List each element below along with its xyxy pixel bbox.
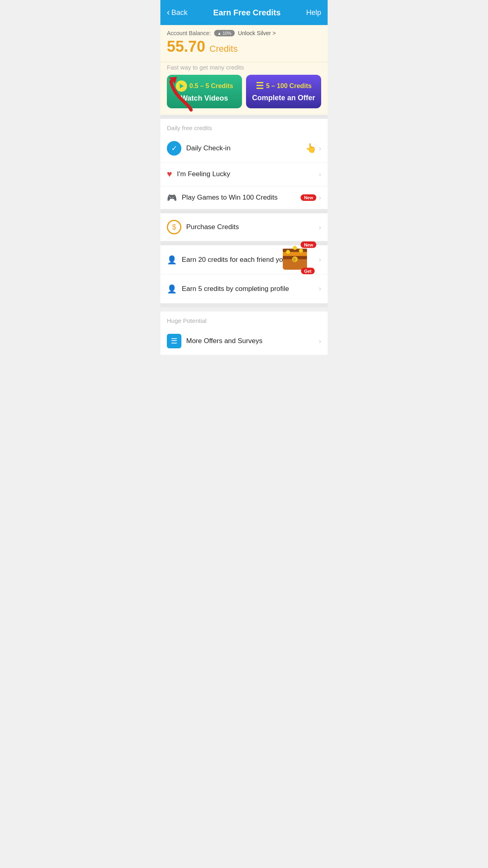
daily-checkin-item[interactable]: ✓ Daily Check-in 👆 › xyxy=(160,135,328,162)
chest-body: 0 New Get xyxy=(281,244,313,272)
new-badge: New xyxy=(301,194,316,201)
svg-text:0: 0 xyxy=(293,257,296,261)
profile-icon: 👤 xyxy=(167,284,177,294)
gamepad-icon: 🎮 xyxy=(167,193,177,202)
watch-videos-button[interactable]: 0.5 – 5 Credits Watch Videos xyxy=(167,75,242,108)
chevron-right-icon: › xyxy=(319,337,321,346)
purchase-right: › xyxy=(319,223,321,232)
back-chevron-icon: ‹ xyxy=(167,7,170,18)
tier-percent: 10% xyxy=(223,31,231,36)
feeling-lucky-item[interactable]: ♥ I'm Feeling Lucky › xyxy=(160,162,328,186)
app-header: ‹ Back Earn Free Credits Help xyxy=(160,0,328,25)
play-games-item[interactable]: 🎮 Play Games to Win 100 Credits New › xyxy=(160,186,328,209)
more-offers-right: › xyxy=(319,337,321,346)
feeling-lucky-text: I'm Feeling Lucky xyxy=(177,170,319,178)
account-balance-row: Account Balance: ▲ 10% Unlock Silver > xyxy=(167,30,321,36)
complete-offer-button[interactable]: ☰ 5 – 100 Credits Complete an Offer xyxy=(246,75,321,108)
credits-display: 55.70 Credits xyxy=(167,38,321,55)
fast-way-section: Fast way to get many credits 0.5 – 5 Cre… xyxy=(160,62,328,115)
fast-way-label: Fast way to get many credits xyxy=(167,62,321,71)
games-right: New › xyxy=(301,194,321,202)
chevron-right-icon: › xyxy=(319,223,321,232)
divider-1 xyxy=(160,115,328,119)
daily-section-label: Daily free credits xyxy=(160,119,328,135)
svg-point-8 xyxy=(299,249,303,253)
hand-pointer-icon: 👆 xyxy=(305,143,316,154)
chevron-right-icon: › xyxy=(319,255,321,264)
treasure-chest: 0 New Get xyxy=(281,244,313,275)
profile-right: › xyxy=(319,284,321,293)
play-icon xyxy=(176,80,187,92)
huge-potential-label: Huge Potential xyxy=(160,312,328,327)
profile-item[interactable]: 👤 Earn 5 credits by completing profile › xyxy=(160,274,328,303)
tier-badge: ▲ 10% xyxy=(214,30,235,36)
complete-offer-label: Complete an Offer xyxy=(252,94,315,102)
divider-2 xyxy=(160,209,328,213)
watch-videos-label: Watch Videos xyxy=(181,94,228,103)
svg-point-7 xyxy=(286,250,290,254)
profile-text: Earn 5 credits by completing profile xyxy=(182,285,319,293)
watch-videos-credit-range: 0.5 – 5 Credits xyxy=(176,80,233,92)
chevron-right-icon: › xyxy=(319,144,321,153)
list-icon: ☰ xyxy=(256,81,264,91)
chevron-right-icon: › xyxy=(319,194,321,202)
purchase-credits-item[interactable]: $ Purchase Credits › xyxy=(160,213,328,241)
account-balance-label: Account Balance: xyxy=(167,30,211,36)
complete-offer-credit-range: ☰ 5 – 100 Credits xyxy=(256,81,312,91)
invite-item[interactable]: 👤 Earn 20 credits for each friend you in… xyxy=(160,245,328,274)
play-games-text: Play Games to Win 100 Credits xyxy=(182,194,301,202)
get-badge: Get xyxy=(301,268,315,274)
help-button[interactable]: Help xyxy=(306,8,321,17)
svg-point-9 xyxy=(293,246,297,250)
account-balance-section: Account Balance: ▲ 10% Unlock Silver > 5… xyxy=(160,25,328,62)
divider-4 xyxy=(160,303,328,308)
huge-potential-section: Huge Potential ☰ More Offers and Surveys… xyxy=(160,312,328,355)
checkin-right: 👆 › xyxy=(305,143,321,154)
earn-buttons-row: 0.5 – 5 Credits Watch Videos ☰ 5 – 100 C… xyxy=(167,75,321,108)
unlock-silver-link[interactable]: Unlock Silver > xyxy=(238,30,276,36)
credits-unit: Credits xyxy=(210,44,238,54)
user-add-icon: 👤 xyxy=(167,255,177,265)
document-icon: ☰ xyxy=(167,334,181,348)
credits-amount: 55.70 xyxy=(167,38,205,55)
more-offers-text: More Offers and Surveys xyxy=(186,337,319,345)
page-title: Earn Free Credits xyxy=(213,8,281,17)
up-arrow-icon: ▲ xyxy=(217,31,221,36)
purchase-credits-text: Purchase Credits xyxy=(186,223,319,231)
lucky-right: › xyxy=(319,170,321,179)
back-button[interactable]: ‹ Back xyxy=(167,7,187,18)
back-label: Back xyxy=(171,8,187,17)
more-offers-item[interactable]: ☰ More Offers and Surveys › xyxy=(160,327,328,355)
heart-icon: ♥ xyxy=(167,169,172,179)
daily-checkin-text: Daily Check-in xyxy=(186,144,305,152)
daily-section: Daily free credits ✓ Daily Check-in 👆 › … xyxy=(160,119,328,209)
new-badge-chest: New xyxy=(301,241,316,248)
coin-icon: $ xyxy=(167,220,181,234)
chevron-right-icon: › xyxy=(319,170,321,179)
purchase-section: $ Purchase Credits › xyxy=(160,213,328,241)
chevron-right-icon: › xyxy=(319,284,321,293)
invite-section: 👤 Earn 20 credits for each friend you in… xyxy=(160,245,328,303)
checkin-icon: ✓ xyxy=(167,141,181,156)
